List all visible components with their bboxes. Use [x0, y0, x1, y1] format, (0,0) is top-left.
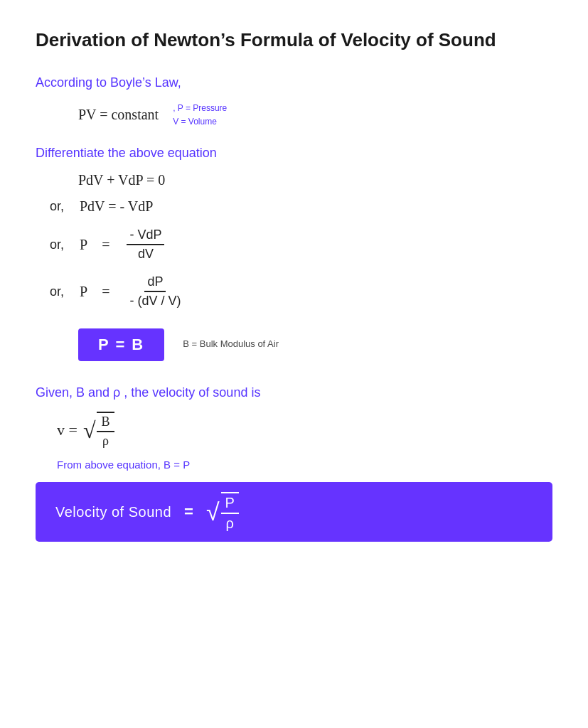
page-title: Derivation of Newton’s Formula of Veloci… — [36, 28, 552, 53]
or3-line: or, P = dP - (dV / V) — [50, 274, 552, 309]
boyles-law-heading: According to Boyle’s Law, — [36, 75, 552, 90]
eq1-text: PdV + VdP = 0 — [78, 172, 165, 188]
final-sqrt-numerator: P — [221, 495, 239, 514]
from-above-text: From above equation, B = P — [57, 459, 552, 471]
or2-fraction: - VdP dV — [127, 228, 164, 262]
bulk-modulus-box: P = B — [78, 328, 164, 361]
sqrt-numerator: B — [97, 414, 114, 432]
pressure-note: , P = Pressure — [173, 103, 227, 113]
final-sqrt-wrapper: √ P ρ — [206, 492, 239, 532]
boyles-law-note: , P = Pressure V = Volume — [173, 102, 227, 129]
velocity-heading: Given, B and ρ , the velocity of sound i… — [36, 385, 552, 400]
or3-denominator: - (dV / V) — [127, 292, 183, 309]
final-label: Velocity of Sound — [55, 504, 171, 520]
v-label: v = — [57, 421, 77, 439]
final-sqrt-denominator: ρ — [222, 514, 238, 532]
final-equals: = — [184, 503, 193, 521]
bulk-modulus-row: P = B B = Bulk Modulus of Air — [36, 321, 552, 365]
final-sqrt-content: P ρ — [221, 492, 239, 532]
sqrt-wrapper: √ B ρ — [83, 412, 114, 449]
or2-line: or, P = - VdP dV — [50, 228, 552, 262]
boyles-law-equation-block: PV = constant , P = Pressure V = Volume — [78, 102, 552, 129]
or2-denominator: dV — [135, 245, 156, 262]
or3-equals: = — [102, 284, 109, 300]
or1-line: or, PdV = - VdP — [50, 198, 552, 215]
or2-p: P — [80, 237, 87, 253]
eq1-block: PdV + VdP = 0 — [78, 172, 552, 188]
sqrt-denominator: ρ — [98, 432, 113, 449]
volume-note: V = Volume — [173, 117, 217, 127]
sqrt-symbol: √ — [83, 419, 96, 441]
or3-numerator: dP — [144, 274, 166, 292]
bulk-modulus-note: B = Bulk Modulus of Air — [183, 338, 279, 349]
final-sqrt-symbol: √ — [206, 500, 220, 524]
or1-label: or, — [50, 199, 71, 214]
or3-label: or, — [50, 284, 71, 299]
or2-numerator: - VdP — [127, 228, 164, 245]
differentiate-heading: Differentiate the above equation — [36, 146, 552, 161]
final-result-box: Velocity of Sound = √ P ρ — [36, 482, 552, 542]
or2-label: or, — [50, 237, 71, 252]
or1-equation: PdV = - VdP — [80, 198, 153, 215]
velocity-formula: v = √ B ρ — [57, 412, 552, 449]
sqrt-content: B ρ — [97, 412, 114, 449]
or3-fraction: dP - (dV / V) — [127, 274, 183, 309]
boyles-law-equation: PV = constant — [78, 107, 159, 123]
or3-p: P — [80, 284, 87, 300]
or2-equals: = — [102, 237, 109, 253]
